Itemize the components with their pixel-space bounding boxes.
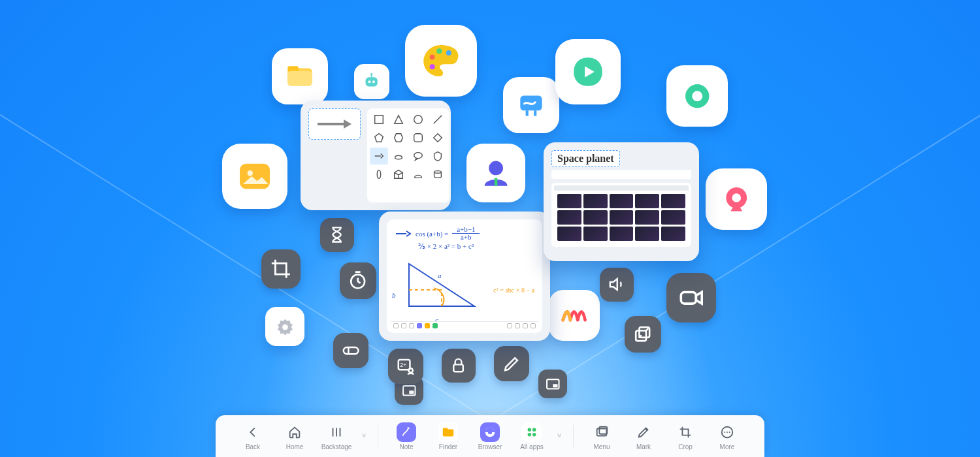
math-line2: ⅔ × 2 × a² = b + c² bbox=[418, 242, 534, 251]
browser-button[interactable]: Browser bbox=[471, 422, 509, 450]
svg-point-13 bbox=[430, 64, 435, 69]
timer-tool-icon[interactable] bbox=[340, 262, 376, 299]
more-label: More bbox=[720, 443, 735, 450]
more-button[interactable]: More bbox=[708, 422, 746, 450]
taskbar-divider bbox=[378, 425, 378, 447]
gallery-app-icon[interactable] bbox=[222, 144, 287, 209]
mark-label: Mark bbox=[636, 443, 651, 450]
math-line1a: cos (a+b) = bbox=[416, 230, 448, 238]
svg-point-48 bbox=[532, 432, 536, 436]
whiteboard-app-icon[interactable] bbox=[503, 77, 559, 133]
browser-icon bbox=[480, 422, 500, 442]
browser-label: Browser bbox=[478, 443, 502, 450]
note-button[interactable]: Note bbox=[387, 422, 425, 450]
selected-arrow-shape bbox=[308, 108, 361, 140]
backstage-icon bbox=[327, 422, 346, 442]
svg-rect-5 bbox=[366, 77, 378, 86]
settings-app-icon[interactable] bbox=[265, 307, 304, 346]
allapps-button[interactable]: All apps bbox=[513, 422, 551, 450]
math-label-a: a bbox=[438, 272, 442, 279]
home-icon bbox=[285, 422, 304, 442]
taskbar: Back Home Backstage Note Finder Browser … bbox=[216, 415, 764, 457]
backstage-label: Backstage bbox=[321, 443, 352, 450]
speaker-tool-icon[interactable] bbox=[600, 268, 634, 302]
svg-point-18 bbox=[692, 91, 702, 101]
pip2-tool-icon[interactable] bbox=[538, 370, 567, 398]
svg-rect-37 bbox=[375, 116, 384, 124]
svg-rect-36 bbox=[681, 292, 696, 304]
math-eq2: c² = abc × 8 − a bbox=[493, 287, 534, 294]
back-button[interactable]: Back bbox=[234, 422, 272, 450]
palette-app-icon[interactable] bbox=[405, 25, 477, 97]
pencil-tool-icon[interactable] bbox=[494, 346, 529, 381]
teach-tool-icon[interactable]: 2+ bbox=[388, 349, 423, 384]
browser-search-bar bbox=[551, 170, 691, 179]
robot-app-icon[interactable] bbox=[354, 64, 389, 99]
mark-button[interactable]: Mark bbox=[625, 422, 662, 450]
allapps-label: All apps bbox=[520, 443, 544, 450]
note-icon bbox=[397, 422, 416, 442]
video-app-icon[interactable] bbox=[555, 39, 621, 104]
crop-label: Crop bbox=[678, 443, 693, 450]
math-frac-den: a+b bbox=[461, 234, 472, 241]
shape-grid[interactable] bbox=[367, 108, 449, 202]
svg-point-7 bbox=[372, 81, 375, 84]
home-button[interactable]: Home bbox=[276, 422, 314, 450]
wave-app-icon[interactable] bbox=[549, 290, 600, 341]
svg-point-6 bbox=[368, 81, 371, 84]
svg-rect-1 bbox=[287, 66, 299, 71]
finder-icon bbox=[438, 422, 458, 442]
svg-rect-31 bbox=[454, 365, 464, 372]
more-icon bbox=[717, 422, 737, 442]
duplicate-tool-icon[interactable] bbox=[625, 316, 661, 353]
webcam-app-icon[interactable] bbox=[706, 168, 767, 230]
taskbar-divider bbox=[573, 425, 574, 447]
finder-label: Finder bbox=[439, 443, 457, 450]
lock-tool-icon[interactable] bbox=[442, 349, 476, 383]
crop-tool-icon[interactable] bbox=[261, 249, 301, 289]
svg-point-47 bbox=[528, 432, 532, 436]
chevron-down-icon[interactable] bbox=[359, 432, 368, 440]
shape-picker-preview bbox=[301, 101, 451, 210]
svg-rect-49 bbox=[597, 428, 607, 435]
menu-button[interactable]: Menu bbox=[583, 422, 621, 450]
svg-point-46 bbox=[532, 428, 536, 432]
browser-title: Space planet bbox=[551, 150, 620, 167]
svg-point-4 bbox=[248, 170, 253, 176]
svg-point-19 bbox=[489, 161, 503, 176]
svg-point-11 bbox=[436, 48, 442, 54]
crop-icon bbox=[676, 422, 695, 442]
finder-button[interactable]: Finder bbox=[429, 422, 467, 450]
back-icon bbox=[243, 422, 263, 442]
svg-rect-3 bbox=[240, 164, 270, 189]
math-label-b: b bbox=[392, 291, 396, 299]
backstage-button[interactable]: Backstage bbox=[318, 422, 355, 450]
camera-ring-app-icon[interactable] bbox=[666, 65, 728, 127]
svg-point-30 bbox=[408, 368, 412, 372]
browser-window bbox=[551, 183, 691, 247]
svg-line-39 bbox=[434, 116, 442, 124]
back-label: Back bbox=[246, 443, 260, 450]
svg-point-10 bbox=[430, 55, 435, 60]
svg-rect-20 bbox=[495, 178, 497, 186]
allapps-icon bbox=[522, 422, 542, 442]
crop-button[interactable]: Crop bbox=[666, 422, 704, 450]
svg-point-42 bbox=[434, 171, 442, 174]
browser-preview: Space planet bbox=[544, 142, 699, 261]
switch-tool-icon[interactable] bbox=[333, 333, 368, 368]
menu-label: Menu bbox=[593, 443, 610, 450]
hourglass-tool-icon[interactable] bbox=[320, 218, 354, 252]
svg-point-9 bbox=[370, 73, 372, 75]
camcorder-tool-icon[interactable] bbox=[666, 273, 716, 323]
mark-icon bbox=[634, 422, 653, 442]
svg-rect-2 bbox=[287, 71, 312, 86]
files-app-icon[interactable] bbox=[272, 48, 328, 104]
contacts-app-icon[interactable] bbox=[466, 144, 525, 202]
svg-point-38 bbox=[414, 116, 423, 124]
svg-point-44 bbox=[488, 430, 492, 433]
svg-rect-25 bbox=[344, 347, 359, 354]
svg-rect-33 bbox=[553, 384, 557, 387]
chevron-down-icon[interactable] bbox=[555, 432, 564, 440]
svg-point-22 bbox=[732, 193, 741, 202]
svg-point-12 bbox=[446, 50, 451, 55]
